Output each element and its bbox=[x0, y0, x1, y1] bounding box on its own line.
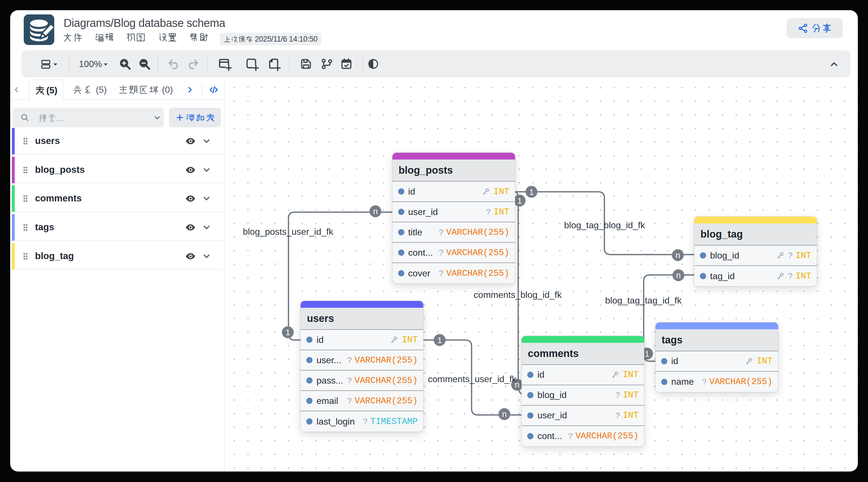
svg-text:blog_tag_blog_id_fk: blog_tag_blog_id_fk bbox=[564, 220, 645, 230]
svg-text:blog_tag_tag_id_fk: blog_tag_tag_id_fk bbox=[605, 295, 682, 306]
svg-text:1: 1 bbox=[529, 187, 534, 197]
svg-text:1: 1 bbox=[285, 328, 290, 337]
svg-text:1: 1 bbox=[645, 349, 650, 359]
svg-text:comments_blog_id_fk: comments_blog_id_fk bbox=[473, 290, 562, 300]
svg-text:1: 1 bbox=[437, 336, 442, 345]
svg-text:blog_posts_user_id_fk: blog_posts_user_id_fk bbox=[243, 227, 333, 237]
svg-text:n: n bbox=[373, 206, 378, 216]
svg-text:n: n bbox=[676, 250, 680, 260]
svg-text:1: 1 bbox=[517, 196, 522, 205]
svg-text:n: n bbox=[502, 409, 507, 419]
svg-text:comments_user_id_fk: comments_user_id_fk bbox=[428, 374, 517, 384]
svg-text:n: n bbox=[676, 271, 681, 280]
